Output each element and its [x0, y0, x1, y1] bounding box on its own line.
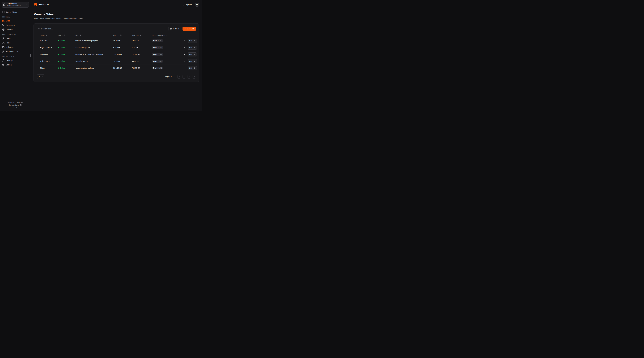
page-size-value: 20 [38, 76, 40, 78]
edit-button[interactable]: Edit [188, 52, 197, 56]
refresh-label: Refresh [173, 28, 180, 30]
ellipsis-icon [184, 67, 186, 69]
search-sites-input[interactable] [37, 27, 82, 31]
arrow-right-icon [194, 60, 195, 62]
ellipsis-icon [184, 46, 186, 49]
column-label: Online [58, 34, 63, 36]
column-header-online[interactable]: Online [58, 34, 76, 36]
edit-button[interactable]: Edit [188, 39, 197, 43]
row-menu-button[interactable] [183, 46, 186, 49]
main-area: PANGOLIN System M Manage Sites Allow con… [30, 0, 202, 111]
sidebar-item-domains[interactable]: Domains [1, 28, 29, 31]
pagination-bar: 20 Page 1 of 1 [37, 74, 196, 79]
gear-icon [2, 64, 4, 66]
page-info: Page 1 of 1 [164, 76, 174, 78]
ticket-check-icon [2, 46, 4, 48]
sidebar-item-sites[interactable]: Sites [1, 19, 29, 22]
page-header: Manage Sites Allow connectivity to your … [30, 9, 202, 19]
nav-section-access-control: ACCESS CONTROL [2, 34, 28, 35]
documentation-link[interactable]: Documentation [1, 104, 29, 106]
theme-selector[interactable]: System [183, 3, 192, 6]
refresh-icon [170, 28, 172, 30]
share-icon [2, 24, 4, 26]
last-page-button[interactable] [192, 75, 196, 79]
connection-version: v1.3.2 [158, 40, 162, 42]
refresh-button[interactable]: Refresh [168, 27, 181, 31]
sidebar-item-settings[interactable]: Settings [1, 63, 29, 66]
online-dot-icon [58, 47, 59, 48]
user-avatar[interactable]: M [195, 3, 199, 7]
org-switcher[interactable]: Organization milo@fossorial.io's ... [2, 2, 29, 7]
edit-button[interactable]: Edit [188, 46, 197, 50]
chevron-down-icon [42, 76, 43, 78]
column-header-site[interactable]: Site [76, 34, 113, 36]
sidebar-item-label: Domains [6, 28, 13, 31]
sidebar-item-label: Users [6, 37, 11, 39]
page-title: Manage Sites [34, 12, 199, 16]
edit-button[interactable]: Edit [188, 66, 197, 70]
sidebar-item-invitations[interactable]: Invitations [1, 45, 29, 49]
book-open-icon [20, 104, 22, 106]
online-label: Online [60, 46, 65, 49]
sort-icon [64, 34, 66, 36]
column-header-data-in[interactable]: Data In [113, 34, 132, 36]
add-site-label: Add Site [187, 28, 194, 30]
org-switcher-label: Organization [7, 2, 24, 5]
sort-icon [120, 34, 122, 36]
plus-icon [184, 28, 186, 30]
sort-icon [166, 34, 168, 36]
sort-icon [79, 34, 81, 36]
edit-label: Edit [189, 47, 192, 49]
online-label: Online [60, 67, 65, 69]
arrow-right-icon [194, 67, 195, 69]
community-edition-link[interactable]: Community Edition [1, 101, 29, 104]
combine-icon [2, 20, 4, 22]
sidebar-item-server-admin[interactable]: Server Admin [1, 10, 29, 13]
data-in-value: 30.12 MB [113, 40, 132, 42]
sidebar-item-api-keys[interactable]: API Keys [1, 59, 29, 62]
online-status: Online [58, 40, 76, 42]
nav-section-organization: ORGANIZATION [2, 56, 28, 57]
row-menu-button[interactable] [183, 39, 186, 42]
arrow-right-icon [194, 40, 195, 42]
next-page-button[interactable] [188, 75, 191, 79]
server-icon [2, 11, 4, 13]
online-status: Online [58, 46, 76, 49]
org-switcher-value: milo@fossorial.io's ... [7, 5, 24, 7]
brand-logo[interactable]: PANGOLIN [34, 3, 49, 7]
edit-label: Edit [189, 53, 192, 55]
first-page-button[interactable] [178, 75, 181, 79]
sidebar-item-label: Server Admin [6, 11, 17, 13]
row-menu-button[interactable] [183, 53, 186, 56]
column-label: Connection Type [152, 34, 165, 36]
edit-button[interactable]: Edit [188, 59, 197, 63]
column-header-connection-type[interactable]: Connection Type [152, 34, 183, 36]
table-row: Office Online welcome-giant-mole-rat 534… [37, 65, 196, 71]
row-menu-button[interactable] [183, 67, 186, 69]
theme-label: System [186, 3, 192, 6]
previous-page-button[interactable] [182, 75, 186, 79]
sidebar-item-roles[interactable]: Roles [1, 41, 29, 44]
data-out-value: 780.12 GB [132, 67, 152, 69]
column-header-data-out[interactable]: Data Out [132, 34, 152, 36]
sidebar-item-users[interactable]: Users [1, 37, 29, 40]
site-slug: vivacious-little-blue-penguin [76, 40, 113, 42]
building-icon [3, 3, 6, 6]
column-header-name[interactable]: Name [40, 34, 58, 36]
row-menu-button[interactable] [183, 60, 186, 63]
site-slug: smug-brown-rat [76, 60, 113, 62]
add-site-button[interactable]: Add Site [182, 27, 196, 31]
column-label: Data In [113, 34, 119, 36]
nav-section-general: GENERAL [2, 16, 28, 18]
connection-type-badge: Newtv1.3.2 [152, 46, 163, 49]
sort-icon [46, 34, 47, 36]
search-field-wrap [37, 27, 82, 31]
table-header-row: Name Online Site Data In Data Out Connec… [37, 33, 196, 37]
page-size-select[interactable]: 20 [37, 74, 45, 79]
data-out-value: 34.80 GB [132, 60, 152, 62]
chevron-right-icon [188, 76, 190, 78]
sidebar-item-shareable-links[interactable]: Shareable Links [1, 50, 29, 53]
chevrons-right-icon [193, 76, 195, 78]
sidebar-item-resources[interactable]: Resources [1, 23, 29, 27]
sites-toolbar: Refresh Add Site [37, 27, 196, 31]
